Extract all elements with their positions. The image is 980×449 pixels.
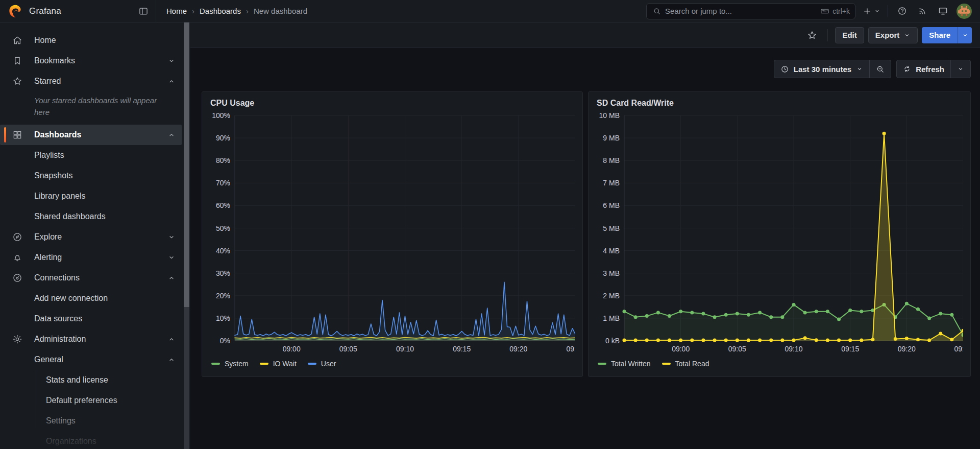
breadcrumb-home[interactable]: Home	[166, 7, 187, 15]
x-tick-label: 09:25	[566, 345, 575, 353]
panel-title[interactable]: CPU Usage	[209, 95, 575, 110]
plug-icon	[12, 273, 22, 283]
help-button[interactable]	[895, 5, 909, 18]
help-icon	[897, 6, 907, 16]
sidebar-item-stats-and-license[interactable]: Stats and license	[0, 370, 182, 390]
time-range-picker[interactable]: Last 30 minutes	[774, 60, 869, 78]
y-tick-label: 9 MB	[603, 134, 620, 142]
sidebar-item-settings[interactable]: Settings	[0, 411, 182, 431]
sidebar-item-snapshots[interactable]: Snapshots	[0, 166, 182, 186]
search-input[interactable]	[665, 7, 816, 15]
share-button[interactable]: Share	[922, 27, 958, 43]
sidebar-item-add-new-connection[interactable]: Add new connection	[0, 288, 182, 309]
chevron-down-icon[interactable]	[167, 253, 176, 262]
bell-icon	[12, 252, 22, 263]
breadcrumb-dashboards[interactable]: Dashboards	[200, 7, 241, 15]
chevron-down-icon[interactable]	[167, 233, 176, 241]
sidebar-toggle-button[interactable]	[136, 4, 151, 18]
sidebar-item-label: Home	[34, 36, 56, 45]
star-outline-icon	[807, 30, 817, 40]
sd-card-chart[interactable]: 0 kB1 MB2 MB3 MB4 MB5 MB6 MB7 MB8 MB9 MB…	[596, 110, 963, 355]
sidebar-item-shared-dashboards[interactable]: Shared dashboards	[0, 206, 182, 227]
display-button[interactable]	[936, 5, 949, 18]
sidebar-item-label: Data sources	[34, 314, 82, 323]
y-tick-label: 90%	[216, 134, 230, 142]
keyboard-icon	[820, 7, 829, 16]
breadcrumb-separator: ›	[192, 7, 194, 15]
legend-item-total-written[interactable]: Total Written	[598, 360, 651, 368]
legend-item-system[interactable]: System	[211, 360, 249, 368]
legend-item-total-read[interactable]: Total Read	[662, 360, 709, 368]
edit-button[interactable]: Edit	[835, 27, 864, 43]
chevron-up-icon[interactable]	[167, 335, 176, 343]
panel-cpu-usage: CPU Usage 0%10%20%30%40%50%60%70%80%90%1…	[202, 91, 583, 377]
legend-label: Total Read	[675, 360, 709, 368]
chevron-down-icon[interactable]	[167, 57, 176, 65]
sidebar-item-label: Administration	[34, 335, 86, 344]
legend-color-pill	[308, 363, 316, 365]
y-tick-label: 6 MB	[603, 201, 620, 209]
y-tick-label: 0 kB	[605, 337, 620, 345]
sidebar-item-connections[interactable]: Connections	[0, 268, 182, 288]
sidebar-item-alerting[interactable]: Alerting	[0, 247, 182, 268]
x-tick-label: 09:20	[509, 345, 527, 353]
sidebar-item-label: Explore	[34, 232, 62, 242]
sidebar-item-explore[interactable]: Explore	[0, 227, 182, 247]
chevron-down-icon	[856, 65, 863, 73]
legend-label: System	[225, 360, 249, 368]
x-tick-label: 09:10	[396, 345, 414, 353]
y-tick-label: 4 MB	[603, 247, 620, 255]
favorite-star-button[interactable]	[804, 27, 820, 43]
refresh-group: Refresh	[896, 60, 971, 78]
sidebar-item-dashboards[interactable]: Dashboards	[0, 125, 182, 145]
user-avatar[interactable]	[957, 4, 972, 19]
legend-item-io-wait[interactable]: IO Wait	[260, 360, 297, 368]
y-tick-label: 20%	[216, 292, 230, 300]
sidebar-item-label: Playlists	[34, 151, 64, 160]
sidebar-item-home[interactable]: Home	[0, 30, 182, 51]
sidebar-item-bookmarks[interactable]: Bookmarks	[0, 51, 182, 71]
zoom-out-button[interactable]	[869, 60, 891, 78]
chevron-up-icon[interactable]	[167, 77, 176, 85]
sidebar-item-data-sources[interactable]: Data sources	[0, 309, 182, 329]
sidebar-item-general[interactable]: General	[0, 349, 182, 370]
export-button[interactable]: Export	[868, 27, 918, 43]
cpu-usage-chart[interactable]: 0%10%20%30%40%50%60%70%80%90%100%09:0009…	[209, 110, 575, 355]
x-tick-label: 09:15	[453, 345, 471, 353]
legend-color-pill	[598, 363, 606, 365]
y-tick-label: 100%	[212, 111, 230, 120]
chevron-up-icon[interactable]	[167, 274, 176, 282]
share-dropdown-button[interactable]	[958, 27, 972, 43]
sidebar-item-library-panels[interactable]: Library panels	[0, 186, 182, 206]
panel-title[interactable]: SD Card Read/Write	[596, 95, 963, 110]
sidebar-item-playlists[interactable]: Playlists	[0, 145, 182, 166]
grafana-logo[interactable]	[8, 4, 22, 18]
sidebar-item-starred[interactable]: Starred	[0, 71, 182, 91]
sidebar-item-default-preferences[interactable]: Default preferences	[0, 390, 182, 411]
refresh-button[interactable]: Refresh	[897, 60, 950, 78]
sidebar-scrollbar-thumb[interactable]	[184, 22, 189, 307]
chevron-up-icon[interactable]	[167, 131, 176, 139]
gear-icon	[12, 334, 22, 344]
sidebar-item-label: Shared dashboards	[34, 212, 106, 221]
legend-item-user[interactable]: User	[308, 360, 336, 368]
search-box[interactable]: ctrl+k	[646, 3, 855, 19]
chart-svg: 0%10%20%30%40%50%60%70%80%90%100%09:0009…	[209, 110, 575, 355]
grid-icon	[12, 130, 22, 140]
sidebar-item-administration[interactable]: Administration	[0, 329, 182, 349]
cpu-chart-legend: SystemIO WaitUser	[209, 355, 575, 372]
sidebar-item-label: Default preferences	[46, 396, 117, 405]
y-tick-label: 60%	[216, 201, 230, 209]
new-menu-button[interactable]	[863, 7, 880, 16]
x-tick-label: 09:00	[672, 345, 690, 353]
chevron-up-icon[interactable]	[167, 356, 176, 364]
refresh-interval-dropdown[interactable]	[950, 60, 970, 78]
news-button[interactable]	[916, 5, 929, 18]
zoom-out-icon	[876, 65, 885, 74]
sidebar-item-organizations[interactable]: Organizations	[0, 431, 182, 449]
nav-actions: ctrl+k	[646, 0, 980, 22]
sidebar-item-label: Starred	[34, 77, 61, 86]
y-tick-label: 40%	[216, 247, 230, 255]
sidebar-item-label: Connections	[34, 273, 80, 282]
x-tick-label: 09:20	[898, 345, 916, 353]
